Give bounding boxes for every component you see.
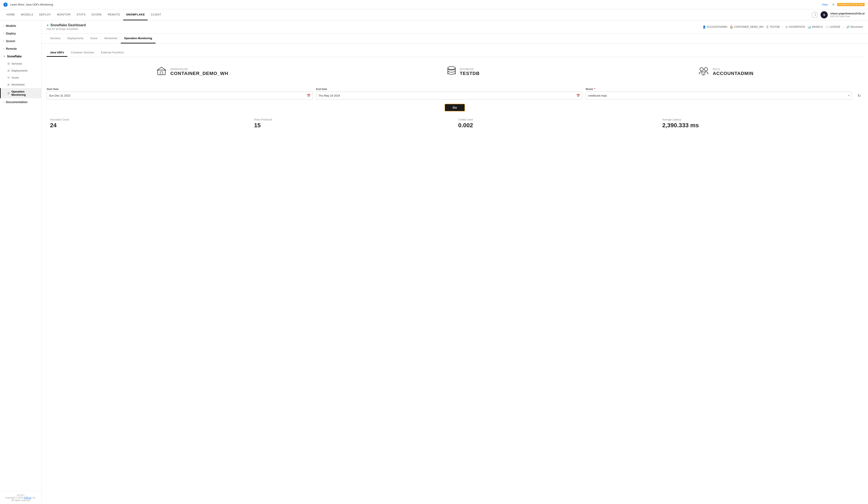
svg-point-3 [448, 66, 455, 70]
nav-right: ☽ S shaun.yogeshwaran@h2o.ai H2O AI Clou… [812, 11, 865, 19]
start-date-calendar-icon[interactable]: 📅 [307, 94, 310, 97]
stat-average-latency: Average Latency 2,390.333 ms [659, 118, 863, 129]
sidebar-section-snowflake[interactable]: ∨ Snowflake [0, 53, 41, 60]
sidebar-item-worksheet[interactable]: ⊞ Worksheet [0, 81, 41, 88]
tab-worksheet[interactable]: Worksheet [101, 34, 121, 43]
form-group-start-date: Start Date 📅 [46, 88, 313, 99]
meta-disconnect: 🔗 Disconnect [846, 25, 863, 29]
rows-produced-value: 15 [254, 122, 451, 129]
user-role: H2O AI Cloud User [830, 15, 865, 18]
rows-produced-label: Rows Produced [254, 118, 451, 121]
end-date-calendar-icon[interactable]: 📅 [576, 94, 580, 97]
sub-tab-external-functions[interactable]: External Functions [97, 49, 127, 57]
sidebar-section-remote[interactable]: › Remote [0, 45, 41, 53]
meta-service-value[interactable]: H2OSERVICE [789, 25, 805, 28]
version-label: v0.10.1 [3, 494, 38, 496]
models-meta-icon: 📊 [808, 25, 811, 29]
info-card-warehouse: Warehouse CONTAINER_DEMO_WH [156, 65, 228, 78]
sub-tab-container-services[interactable]: Container Services [68, 49, 97, 57]
sidebar-item-services[interactable]: ⊞ Services [0, 60, 41, 67]
sidebar-item-score-label: Score [12, 76, 19, 79]
chevron-icon: › [3, 101, 4, 104]
separator: | [782, 25, 783, 28]
go-row: Go [46, 104, 863, 112]
model-select[interactable]: creditcard.mojo [588, 94, 849, 97]
nav-item-snowflake[interactable]: SNOWFLAKE [123, 9, 148, 20]
stat-invocation-count: Invocation Count 24 [46, 118, 251, 129]
nav-item-remote[interactable]: REMOTE [105, 9, 123, 20]
end-date-input[interactable] [319, 94, 575, 97]
invocation-count-value: 24 [50, 122, 247, 129]
invocation-count-label: Invocation Count [50, 118, 247, 121]
dashboard-subtitle: Hub for all things Snowflake [46, 28, 86, 31]
sub-tab-java-udfs[interactable]: Java UDFs [46, 49, 68, 57]
svg-point-7 [704, 67, 707, 71]
tab-score[interactable]: Score [87, 34, 101, 43]
tab-deployments[interactable]: Deployments [64, 34, 87, 43]
sidebar-section-documentation[interactable]: › Documentation [0, 98, 41, 106]
warehouse-meta-icon: 🏠 [730, 25, 733, 29]
meta-database-value[interactable]: TESTDB [770, 25, 779, 28]
nav-item-score[interactable]: SCORE [89, 9, 105, 20]
grid-icon: ⊞ [8, 69, 10, 72]
tab-operation-monitoring[interactable]: Operation Monitoring [121, 34, 156, 43]
notification-close-button[interactable]: ✕ [832, 2, 835, 7]
database-label: Database [459, 68, 479, 71]
sidebar-section-snowflake-label: Snowflake [7, 55, 22, 58]
sidebar-section-deploy-label: Deploy [6, 32, 16, 35]
notification-text: Learn More: Java UDFs Monitoring [10, 3, 819, 6]
go-button[interactable]: Go [445, 104, 465, 112]
form-group-model: Model * creditcard.mojo ▾ [586, 88, 852, 99]
info-icon: i [3, 2, 8, 7]
start-date-label: Start Date [46, 88, 313, 91]
stat-rows-produced: Rows Produced 15 [251, 118, 455, 129]
meta-database: 🗄 TESTDB [766, 25, 779, 29]
company-link[interactable]: H2O.ai [24, 496, 31, 499]
chevron-icon: ∨ [3, 55, 5, 58]
refresh-button[interactable]: ↻ [855, 92, 863, 99]
meta-service: ⚙ H2OSERVICE [785, 25, 805, 29]
meta-warehouse-value[interactable]: CONTAINER_DEMO_WH [734, 25, 764, 28]
sidebar-item-operation-monitoring-label: Operation Monitoring [11, 90, 38, 96]
model-label: Model * [586, 88, 852, 91]
meta-role-value[interactable]: ACCOUNTADMIN [707, 25, 727, 28]
sidebar-item-operation-monitoring[interactable]: ⊙ Operation Monitoring [0, 88, 41, 98]
sidebar-item-score[interactable]: % Score [0, 74, 41, 81]
warehouse-icon [156, 65, 167, 78]
notification-view-link[interactable]: View [822, 3, 828, 6]
powered-badge: Powered by H2O AI Cloud [837, 3, 865, 6]
user-email: shaun.yogeshwaran@h2o.ai [830, 12, 865, 15]
nav-item-monitor[interactable]: MONITOR [54, 9, 74, 20]
form-row: Start Date 📅 End Date 📅 Model * [46, 88, 863, 99]
form-group-end-date: End Date 📅 [316, 88, 582, 99]
nav-item-stats[interactable]: STATS [73, 9, 89, 20]
disconnect-link[interactable]: Disconnect [850, 25, 863, 28]
sub-tabs-bar: Java UDFs Container Services External Fu… [46, 49, 863, 57]
model-select-wrapper: creditcard.mojo ▾ [586, 92, 852, 99]
sidebar-item-deployments[interactable]: ⊞ Deployments [0, 67, 41, 74]
sidebar-item-deployments-label: Deployments [11, 69, 28, 72]
nav-item-client[interactable]: CLIENT [148, 9, 164, 20]
sidebar-footer: v0.10.1 Copyright © 2024 H2O.ai, Inc. Al… [0, 491, 41, 504]
theme-toggle-button[interactable]: ☽ [812, 12, 818, 18]
dashboard-header: ● Snowflake Dashboard Hub for all things… [42, 20, 868, 34]
nav-item-home[interactable]: HOME [3, 9, 18, 20]
all-rights-label: All rights reserved [3, 499, 38, 502]
sidebar-section-deploy[interactable]: › Deploy [0, 30, 41, 37]
meta-license-value[interactable]: LICENSE [829, 25, 840, 28]
doc-icon: ⊞ [8, 83, 10, 86]
nav-item-models[interactable]: MODELS [18, 9, 36, 20]
database-meta-icon: 🗄 [766, 25, 769, 29]
svg-rect-0 [158, 70, 165, 75]
sidebar-section-models[interactable]: › Models [0, 22, 41, 30]
user-info: shaun.yogeshwaran@h2o.ai H2O AI Cloud Us… [830, 12, 865, 18]
main-content: ● Snowflake Dashboard Hub for all things… [42, 20, 868, 504]
start-date-input[interactable] [49, 94, 305, 97]
tab-services[interactable]: Services [46, 34, 64, 43]
sidebar-section-scorer-label: Scorer [6, 39, 15, 43]
meta-models-value[interactable]: MODELS [812, 25, 823, 28]
svg-point-6 [700, 67, 703, 71]
nav-item-deploy[interactable]: DEPLOY [36, 9, 54, 20]
database-value: TESTDB [459, 71, 479, 76]
sidebar-section-scorer[interactable]: › Scorer [0, 37, 41, 45]
